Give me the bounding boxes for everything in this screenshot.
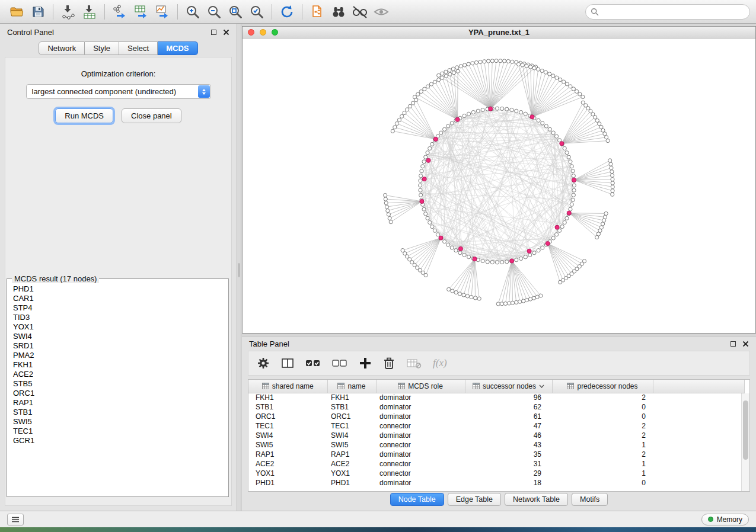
table-cell[interactable]: FKH1	[327, 393, 376, 402]
column-settings-button[interactable]	[257, 357, 270, 370]
column-header-successor-nodes[interactable]: successor nodes	[465, 380, 552, 393]
table-cell[interactable]: 31	[465, 459, 552, 469]
table-cell[interactable]: ACE2	[248, 459, 327, 469]
table-row[interactable]: RAP1RAP1dominator352	[248, 450, 744, 459]
table-row[interactable]: PHD1PHD1dominator180	[248, 478, 744, 488]
table-cell[interactable]: 96	[465, 393, 552, 402]
table-cell[interactable]: STB1	[327, 402, 376, 412]
unselect-all-button[interactable]	[332, 357, 347, 370]
table-cell[interactable]: 61	[465, 412, 552, 421]
table-cell[interactable]: dominator	[376, 393, 465, 402]
table-cell[interactable]: 1	[552, 459, 653, 469]
tab-mcds[interactable]: MCDS	[158, 41, 197, 55]
table-cell[interactable]: SWI5	[327, 440, 376, 450]
table-cell[interactable]: PHD1	[248, 478, 327, 488]
mcds-result-item[interactable]: ORC1	[13, 389, 222, 398]
table-cell[interactable]: YOX1	[248, 469, 327, 478]
find-button[interactable]	[328, 2, 349, 21]
zoom-fit-button[interactable]	[225, 2, 246, 21]
table-cell[interactable]: 0	[552, 412, 653, 421]
table-row[interactable]: YOX1YOX1connector291	[248, 469, 744, 478]
panel-divider[interactable]	[237, 24, 241, 511]
mcds-result-item[interactable]: PMA2	[13, 351, 222, 360]
export-image-button[interactable]	[152, 2, 173, 21]
tab-select[interactable]: Select	[119, 41, 158, 55]
mcds-result-item[interactable]: SWI5	[13, 417, 222, 427]
table-cell[interactable]: connector	[376, 469, 465, 478]
table-cell[interactable]: STB1	[248, 402, 327, 412]
table-cell[interactable]: PHD1	[327, 478, 376, 488]
table-cell[interactable]: dominator	[376, 450, 465, 459]
float-panel-icon[interactable]	[211, 30, 216, 35]
table-cell[interactable]: ORC1	[327, 412, 376, 421]
refresh-button[interactable]	[276, 2, 298, 21]
window-close-icon[interactable]	[248, 29, 254, 36]
tab-style[interactable]: Style	[85, 41, 119, 55]
table-cell[interactable]: TEC1	[248, 421, 327, 431]
close-panel-icon[interactable]	[223, 29, 229, 36]
mcds-result-item[interactable]: YOX1	[13, 322, 222, 332]
table-cell[interactable]: 1	[552, 440, 653, 450]
mcds-result-item[interactable]: PHD1	[13, 284, 222, 294]
delete-rows-button[interactable]	[383, 357, 395, 370]
table-cell[interactable]: dominator	[376, 412, 465, 421]
mcds-result-item[interactable]: GCR1	[13, 436, 222, 446]
select-all-button[interactable]	[305, 357, 321, 370]
import-table-button[interactable]	[79, 2, 100, 21]
tab-network-table[interactable]: Network Table	[505, 493, 568, 506]
show-columns-button[interactable]	[281, 357, 294, 370]
network-graph[interactable]	[243, 39, 755, 332]
table-cell[interactable]: connector	[376, 459, 465, 469]
table-scrollbar-thumb[interactable]	[743, 400, 748, 460]
table-row[interactable]: FKH1FKH1dominator962	[248, 393, 744, 402]
table-cell[interactable]: connector	[376, 440, 465, 450]
table-cell[interactable]: 47	[465, 421, 552, 431]
tab-motifs[interactable]: Motifs	[572, 493, 608, 506]
table-row[interactable]: ACE2ACE2connector311	[248, 459, 744, 469]
zoom-in-button[interactable]	[182, 2, 203, 21]
close-panel-button[interactable]: Close panel	[122, 108, 181, 123]
table-cell[interactable]: 2	[552, 421, 653, 431]
table-cell[interactable]: ACE2	[327, 459, 376, 469]
table-cell[interactable]: 29	[465, 469, 552, 478]
table-row[interactable]: STB1STB1dominator620	[248, 402, 744, 412]
zoom-selected-button[interactable]	[246, 2, 267, 21]
table-cell[interactable]: 35	[465, 450, 552, 459]
mcds-result-item[interactable]: TEC1	[13, 427, 222, 436]
table-cell[interactable]: ORC1	[248, 412, 327, 421]
column-header-mcds-role[interactable]: MCDS role	[376, 380, 465, 393]
clone-network-button[interactable]	[307, 2, 328, 21]
add-row-button[interactable]	[359, 357, 372, 370]
sort-menu-icon[interactable]	[539, 384, 544, 388]
mcds-result-item[interactable]: STB1	[13, 408, 222, 417]
table-row[interactable]: TEC1TEC1connector472	[248, 421, 744, 431]
delete-table-button[interactable]	[406, 357, 422, 370]
window-minimize-icon[interactable]	[260, 29, 266, 36]
mcds-result-item[interactable]: ACE2	[13, 370, 222, 379]
network-window-titlebar[interactable]: YPA_prune.txt_1	[243, 27, 755, 39]
table-cell[interactable]: SWI4	[327, 431, 376, 440]
float-table-panel-icon[interactable]	[731, 341, 736, 347]
show-graphics-details-button[interactable]	[349, 2, 371, 21]
hide-graphics-details-button[interactable]	[371, 2, 392, 21]
mcds-result-item[interactable]: SRD1	[13, 341, 222, 351]
open-session-button[interactable]	[6, 2, 27, 21]
table-cell[interactable]: 2	[552, 393, 653, 402]
tab-node-table[interactable]: Node Table	[390, 493, 444, 506]
export-table-button[interactable]	[130, 2, 152, 21]
import-network-button[interactable]	[58, 2, 79, 21]
table-cell[interactable]: YOX1	[327, 469, 376, 478]
table-cell[interactable]: 2	[552, 450, 653, 459]
table-cell[interactable]: SWI5	[248, 440, 327, 450]
column-header-predecessor-nodes[interactable]: predecessor nodes	[552, 380, 653, 393]
zoom-out-button[interactable]	[203, 2, 225, 21]
table-cell[interactable]: dominator	[376, 402, 465, 412]
column-header-shared-name[interactable]: shared name	[248, 380, 327, 393]
table-cell[interactable]: 46	[465, 431, 552, 440]
divider-handle-icon[interactable]	[238, 263, 240, 277]
mcds-result-item[interactable]: STP4	[13, 303, 222, 313]
table-cell[interactable]: 2	[552, 431, 653, 440]
table-cell[interactable]: dominator	[376, 431, 465, 440]
table-cell[interactable]: connector	[376, 421, 465, 431]
memory-button[interactable]: Memory	[701, 514, 749, 525]
